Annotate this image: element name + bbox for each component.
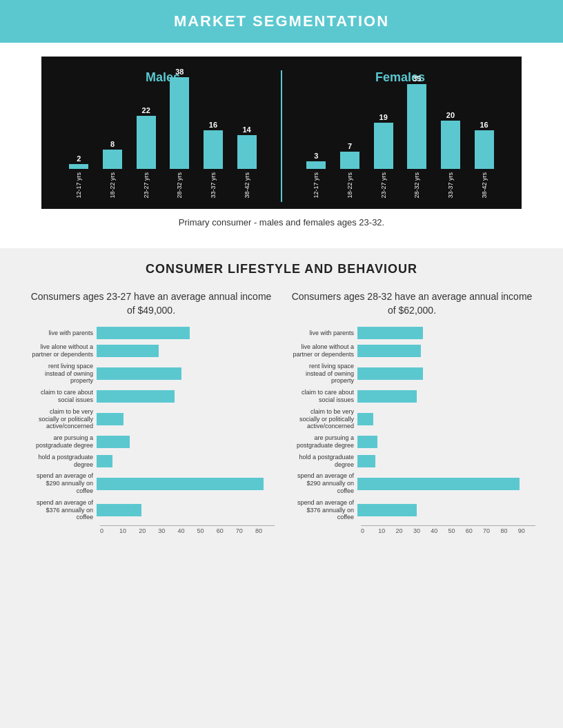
horiz-bar-fill xyxy=(97,478,264,490)
bar-label: 38-42 yrs xyxy=(244,172,250,199)
bar-value: 8 xyxy=(110,140,115,148)
horiz-bar-label: spend an average of $376 annually on cof… xyxy=(288,499,357,521)
horiz-bar-label: claim to care about social issues xyxy=(288,389,357,404)
x-tick: 70 xyxy=(483,526,500,534)
horiz-bar-row: live alone without a partner or dependen… xyxy=(288,343,535,358)
bar-rect xyxy=(374,123,393,169)
bar-rect xyxy=(340,152,359,169)
bar-value: 35 xyxy=(413,74,421,83)
group2-panel: Consumers ages 28-32 have an average ann… xyxy=(288,290,535,534)
horiz-bar-row: are pursuing a postgraduate degree xyxy=(288,434,535,449)
bar-group: 1638-42 yrs xyxy=(471,121,497,199)
bar-group: 3528-32 yrs xyxy=(404,74,430,199)
x-tick: 80 xyxy=(500,526,517,534)
males-title: Males xyxy=(62,70,264,85)
horiz-bar-row: claim to be very socially or politically… xyxy=(28,408,275,430)
horiz-bar-label: claim to be very socially or politically… xyxy=(28,408,97,430)
horiz-bar-track xyxy=(97,504,275,516)
males-panel: Males 212-17 yrs818-22 yrs2223-27 yrs382… xyxy=(48,70,277,202)
horiz-bar-fill xyxy=(97,390,175,403)
horiz-bar-fill xyxy=(357,413,373,425)
horiz-bar-label: claim to be very socially or politically… xyxy=(288,408,357,430)
bar-group: 818-22 yrs xyxy=(99,140,126,199)
horiz-bar-fill xyxy=(357,478,520,490)
horiz-bar-fill xyxy=(97,504,141,516)
horiz-bar-fill xyxy=(357,327,423,339)
bar-rect xyxy=(69,164,88,169)
horiz-bar-fill xyxy=(97,345,159,357)
horiz-bar-label: live alone without a partner or dependen… xyxy=(28,343,97,358)
lifestyle-section: CONSUMER LIFESTYLE AND BEHAVIOUR Consume… xyxy=(0,248,563,555)
horiz-bar-track xyxy=(357,367,535,380)
horiz-bar-label: live with parents xyxy=(28,330,97,337)
x-tick: 30 xyxy=(413,526,431,534)
bar-label: 33-37 yrs xyxy=(210,172,217,199)
x-tick: 70 xyxy=(236,526,255,534)
horiz-bar-fill xyxy=(97,455,112,467)
horiz-bar-track xyxy=(97,390,275,403)
horiz-bar-track xyxy=(357,413,535,425)
horiz-bar-row: rent living space instead of owning prop… xyxy=(28,363,275,385)
bar-label: 12-17 yrs xyxy=(75,172,82,199)
x-tick: 80 xyxy=(255,526,275,534)
bar-label: 23-27 yrs xyxy=(380,172,387,199)
x-tick: 50 xyxy=(197,526,217,534)
horiz-bar-fill xyxy=(97,367,181,380)
bar-group: 1438-42 yrs xyxy=(234,125,260,199)
horiz-bar-fill xyxy=(97,327,190,339)
bar-value: 38 xyxy=(175,68,184,76)
chart-divider xyxy=(281,70,282,202)
bar-rect xyxy=(306,161,326,169)
bar-rect xyxy=(170,77,189,169)
horiz-bar-label: are pursuing a postgraduate degree xyxy=(288,434,357,449)
horiz-bar-label: claim to care about social issues xyxy=(28,389,97,404)
horiz-bar-track xyxy=(97,345,275,357)
males-bars: 212-17 yrs818-22 yrs2223-27 yrs3828-32 y… xyxy=(62,92,264,202)
x-axis: 0102030405060708090 xyxy=(361,525,535,534)
horiz-bar-label: spend an average of $290 annually on cof… xyxy=(288,472,357,494)
bar-group: 2033-37 yrs xyxy=(437,111,464,199)
bar-rect xyxy=(103,150,122,169)
x-tick: 90 xyxy=(518,526,535,534)
horiz-bar-track xyxy=(97,436,275,448)
females-title: Females xyxy=(299,70,501,85)
x-tick: 30 xyxy=(158,526,177,534)
bar-rect xyxy=(237,135,257,169)
horiz-bar-row: claim to be very socially or politically… xyxy=(288,408,535,430)
horiz-bar-row: spend an average of $290 annually on cof… xyxy=(28,472,275,494)
lifestyle-title: CONSUMER LIFESTYLE AND BEHAVIOUR xyxy=(28,262,535,276)
bar-rect xyxy=(475,130,494,169)
horiz-bar-track xyxy=(97,367,275,380)
bar-group: 3828-32 yrs xyxy=(166,68,192,199)
horiz-bar-fill xyxy=(97,436,130,448)
demographics-chart: Males 212-17 yrs818-22 yrs2223-27 yrs382… xyxy=(41,57,522,209)
page-title: MARKET SEGMENTATION xyxy=(0,12,563,30)
page-header: MARKET SEGMENTATION xyxy=(0,0,563,43)
bar-rect xyxy=(137,116,156,169)
horiz-bar-row: claim to care about social issues xyxy=(288,389,535,404)
bar-group: 212-17 yrs xyxy=(66,154,92,199)
horiz-bar-label: spend an average of $290 annually on cof… xyxy=(28,472,97,494)
x-tick: 60 xyxy=(217,526,236,534)
horiz-bar-track xyxy=(97,455,275,467)
horiz-bar-row: live with parents xyxy=(288,327,535,339)
x-tick: 20 xyxy=(139,526,158,534)
demographics-section: Males 212-17 yrs818-22 yrs2223-27 yrs382… xyxy=(0,43,563,248)
bar-value: 7 xyxy=(348,142,352,150)
group1-chart: live with parentslive alone without a pa… xyxy=(28,327,275,534)
horiz-bar-row: spend an average of $376 annually on cof… xyxy=(288,499,535,521)
x-tick: 20 xyxy=(396,526,413,534)
x-axis: 01020304050607080 xyxy=(100,525,275,534)
horiz-bar-label: are pursuing a postgraduate degree xyxy=(28,434,97,449)
horiz-bar-track xyxy=(97,327,275,339)
horiz-bar-track xyxy=(357,390,535,403)
horiz-bar-row: spend an average of $376 annually on cof… xyxy=(28,499,275,521)
horiz-bar-row: live alone without a partner or dependen… xyxy=(28,343,275,358)
bar-value: 3 xyxy=(314,152,318,160)
bar-label: 28-32 yrs xyxy=(176,172,183,199)
bar-rect xyxy=(441,121,460,169)
horiz-bar-fill xyxy=(357,345,421,357)
bar-label: 12-17 yrs xyxy=(313,172,319,199)
horiz-bar-label: hold a postgraduate degree xyxy=(288,454,357,469)
horiz-bar-fill xyxy=(97,413,124,425)
